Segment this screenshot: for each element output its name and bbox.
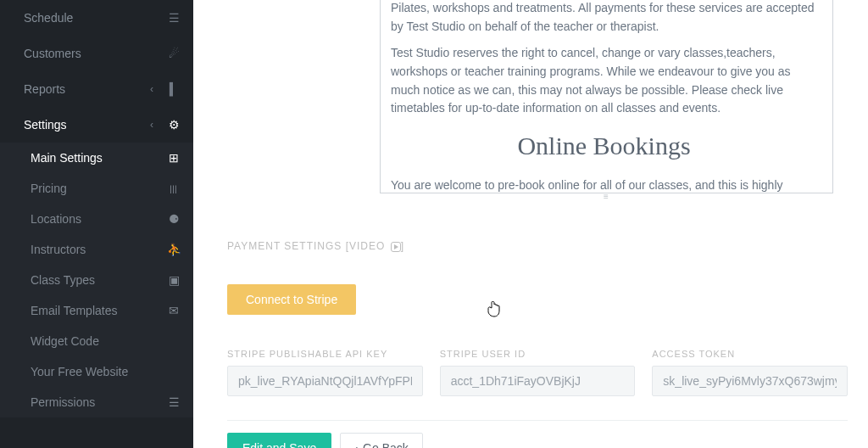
- calendar-icon: ☰: [166, 11, 181, 25]
- subnav-label: Instructors: [31, 243, 166, 256]
- subnav-label: Your Free Website: [31, 365, 166, 378]
- subnav-label: Email Templates: [31, 304, 166, 317]
- go-back-button[interactable]: ‹ Go Back: [340, 433, 423, 448]
- nav-label: Settings: [24, 118, 146, 132]
- token-label: ACCESS TOKEN: [652, 349, 848, 359]
- nav-item-reports[interactable]: Reports‹▍: [0, 71, 193, 107]
- chevron-left-icon: ‹: [354, 443, 358, 448]
- pricing-icon: ⫼: [166, 182, 181, 195]
- subnav-label: Pricing: [31, 182, 166, 195]
- divider: [227, 420, 848, 421]
- subnav-label: Widget Code: [31, 334, 166, 348]
- api-key-input[interactable]: [227, 366, 423, 396]
- nav-item-customers[interactable]: Customers☄: [0, 36, 193, 71]
- envelope-icon: ✉: [166, 304, 181, 317]
- pin-icon: ⚈: [166, 212, 181, 226]
- terms-paragraph: You are welcome to pre-book online for a…: [391, 176, 817, 193]
- terms-heading: Online Bookings: [391, 126, 817, 166]
- image-icon: ▣: [166, 273, 181, 287]
- api-key-label: STRIPE PUBLISHABLE API KEY: [227, 349, 423, 359]
- subnav-label: Permissions: [31, 395, 166, 409]
- gear-icon: ⚙: [166, 118, 181, 132]
- subnav-label: Main Settings: [31, 151, 166, 165]
- plus-box-icon: ⊞: [166, 151, 181, 165]
- edit-and-save-button[interactable]: Edit and Save: [227, 433, 331, 448]
- action-buttons: Edit and Save ‹ Go Back: [227, 433, 848, 448]
- person-icon: ⛹: [166, 243, 181, 256]
- terms-textarea[interactable]: Pilates, workshops and treatments. All p…: [380, 0, 833, 193]
- user-id-input[interactable]: [440, 366, 636, 396]
- file-icon: ▍: [166, 82, 181, 96]
- sidebar: Schedule☰Customers☄Reports‹▍Settings‹⚙ M…: [0, 0, 193, 448]
- chevron-left-icon: ‹: [146, 83, 158, 95]
- connect-to-stripe-button[interactable]: Connect to Stripe: [227, 284, 356, 315]
- subnav-label: Class Types: [31, 273, 166, 287]
- subnav-item-instructors[interactable]: Instructors⛹: [0, 234, 193, 265]
- terms-paragraph: Test Studio reserves the right to cancel…: [391, 44, 817, 118]
- nav-item-schedule[interactable]: Schedule☰: [0, 0, 193, 36]
- main-content: Pilates, workshops and treatments. All p…: [193, 0, 868, 448]
- user-id-label: STRIPE USER ID: [440, 349, 636, 359]
- subnav-item-pricing[interactable]: Pricing⫼: [0, 173, 193, 204]
- stripe-fields-row: STRIPE PUBLISHABLE API KEY STRIPE USER I…: [227, 349, 848, 396]
- nav-label: Customers: [24, 47, 146, 60]
- chevron-left-icon: ‹: [146, 119, 158, 131]
- token-input[interactable]: [652, 366, 848, 396]
- customers-icon: ☄: [166, 47, 181, 60]
- video-play-icon[interactable]: [391, 242, 401, 252]
- nav-item-settings[interactable]: Settings‹⚙: [0, 107, 193, 143]
- nav-label: Schedule: [24, 11, 146, 25]
- payment-settings-header: PAYMENT SETTINGS [VIDEO ]: [227, 240, 848, 252]
- terms-paragraph: Pilates, workshops and treatments. All p…: [391, 0, 817, 36]
- subnav-item-locations[interactable]: Locations⚈: [0, 204, 193, 234]
- list-icon: ☰: [166, 395, 181, 409]
- subnav-label: Locations: [31, 212, 166, 226]
- nav-label: Reports: [24, 82, 146, 96]
- subnav-item-your-free-website[interactable]: Your Free Website: [0, 356, 193, 387]
- subnav-item-class-types[interactable]: Class Types▣: [0, 265, 193, 295]
- subnav-item-main-settings[interactable]: Main Settings⊞: [0, 143, 193, 173]
- subnav-item-widget-code[interactable]: Widget Code: [0, 326, 193, 356]
- subnav-item-permissions[interactable]: Permissions☰: [0, 387, 193, 417]
- subnav-item-email-templates[interactable]: Email Templates✉: [0, 295, 193, 326]
